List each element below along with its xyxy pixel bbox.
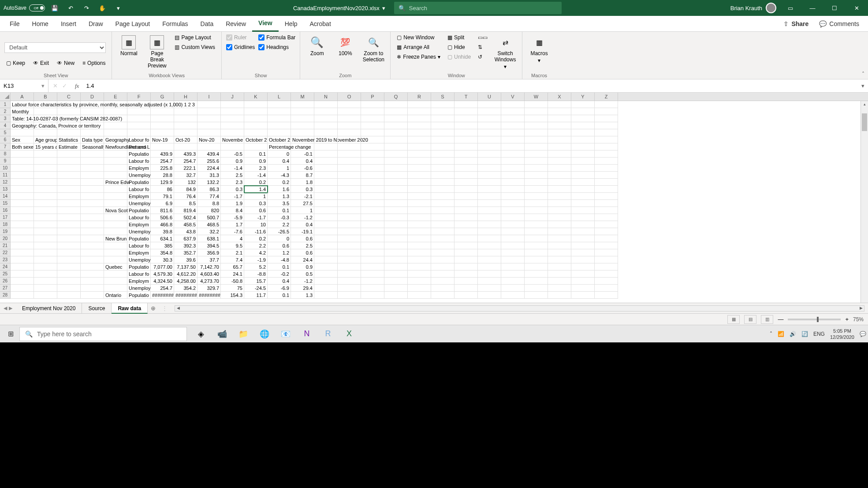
cell-H2[interactable] xyxy=(174,108,197,115)
cell-N16[interactable] xyxy=(314,207,338,214)
cell-Y9[interactable] xyxy=(571,158,595,165)
cell-F16[interactable]: Populatio xyxy=(127,207,151,214)
cell-M3[interactable] xyxy=(291,115,314,122)
cell-C24[interactable] xyxy=(57,263,81,270)
cell-G21[interactable]: 385 xyxy=(151,242,174,249)
cell-W17[interactable] xyxy=(525,214,548,221)
cell-E27[interactable] xyxy=(104,285,127,292)
tab-help[interactable]: Help xyxy=(279,16,304,32)
cell-U28[interactable] xyxy=(478,292,501,299)
col-header-E[interactable]: E xyxy=(104,93,127,101)
cell-B10[interactable] xyxy=(34,165,57,172)
hide-button[interactable]: ▢Hide xyxy=(446,43,473,51)
cell-L8[interactable]: 0 xyxy=(268,150,291,158)
row-header[interactable]: 19 xyxy=(0,228,11,235)
cell-L6[interactable]: October 2 xyxy=(268,136,291,143)
cell-V17[interactable] xyxy=(501,214,525,221)
cell-C8[interactable] xyxy=(57,150,81,158)
cell-O11[interactable] xyxy=(338,172,361,179)
task-zoom-icon[interactable]: 📹 xyxy=(212,325,233,343)
cell-X14[interactable] xyxy=(548,193,571,200)
cell-R25[interactable] xyxy=(408,270,431,278)
cell-R8[interactable] xyxy=(408,150,431,158)
cell-Y8[interactable] xyxy=(571,150,595,158)
cell-J12[interactable]: 2.3 xyxy=(221,179,244,186)
cell-K11[interactable]: -1.4 xyxy=(244,172,268,179)
cell-M14[interactable]: -2.1 xyxy=(291,193,314,200)
col-header-Y[interactable]: Y xyxy=(571,93,595,101)
cell-H6[interactable]: Oct-20 xyxy=(174,136,197,143)
cell-S8[interactable] xyxy=(431,150,454,158)
cell-X3[interactable] xyxy=(548,115,571,122)
cell-I25[interactable]: 4,603.40 xyxy=(197,270,221,278)
cell-T27[interactable] xyxy=(454,285,478,292)
cell-Y26[interactable] xyxy=(571,278,595,285)
cell-L2[interactable] xyxy=(268,108,291,115)
fx-icon[interactable]: fx xyxy=(71,83,82,90)
cell-W6[interactable] xyxy=(525,136,548,143)
cell-M21[interactable]: 2.5 xyxy=(291,242,314,249)
cell-P15[interactable] xyxy=(361,200,384,207)
cell-D23[interactable] xyxy=(81,256,104,263)
cell-L24[interactable]: 0.1 xyxy=(268,263,291,270)
cell-E6[interactable]: Geography xyxy=(104,136,127,143)
cell-P19[interactable] xyxy=(361,228,384,235)
cell-N24[interactable] xyxy=(314,263,338,270)
collapse-ribbon-icon[interactable]: ˄ xyxy=(862,71,864,77)
cell-X23[interactable] xyxy=(548,256,571,263)
cell-S10[interactable] xyxy=(431,165,454,172)
cell-O12[interactable] xyxy=(338,179,361,186)
cell-P23[interactable] xyxy=(361,256,384,263)
cell-Y10[interactable] xyxy=(571,165,595,172)
cell-J22[interactable]: 2.1 xyxy=(221,249,244,256)
cell-K7[interactable] xyxy=(244,143,268,150)
cell-G22[interactable]: 354.8 xyxy=(151,249,174,256)
cell-K23[interactable]: -1.9 xyxy=(244,256,268,263)
cell-J1[interactable] xyxy=(221,101,244,108)
cell-I7[interactable] xyxy=(197,143,221,150)
cell-Z4[interactable] xyxy=(595,122,618,129)
cell-F19[interactable]: Unemploy xyxy=(127,228,151,235)
cell-S19[interactable] xyxy=(431,228,454,235)
cell-G24[interactable]: 7,077.00 xyxy=(151,263,174,270)
cell-G6[interactable]: Nov-19 xyxy=(151,136,174,143)
cell-W11[interactable] xyxy=(525,172,548,179)
comments-button[interactable]: 💬 Comments xyxy=(814,18,864,30)
tray-notifications-icon[interactable]: 💬 xyxy=(860,331,866,337)
cell-X18[interactable] xyxy=(548,221,571,228)
cell-S14[interactable] xyxy=(431,193,454,200)
cell-I9[interactable]: 255.6 xyxy=(197,158,221,165)
cell-Y13[interactable] xyxy=(571,186,595,193)
cell-C19[interactable] xyxy=(57,228,81,235)
cell-N10[interactable] xyxy=(314,165,338,172)
cell-Z21[interactable] xyxy=(595,242,618,249)
cell-E14[interactable] xyxy=(104,193,127,200)
col-header-J[interactable]: J xyxy=(221,93,244,101)
name-box[interactable]: K13▾ xyxy=(0,79,48,92)
cell-V25[interactable] xyxy=(501,270,525,278)
cell-M12[interactable]: 1.8 xyxy=(291,179,314,186)
cell-N1[interactable] xyxy=(314,101,338,108)
redo-icon[interactable]: ↷ xyxy=(80,2,93,14)
cell-C16[interactable] xyxy=(57,207,81,214)
cell-H25[interactable]: 4,612.20 xyxy=(174,270,197,278)
cell-V2[interactable] xyxy=(501,108,525,115)
cell-F28[interactable]: Populatio xyxy=(127,292,151,299)
zoom-button[interactable]: 🔍Zoom xyxy=(305,34,329,56)
cell-G8[interactable]: 439.9 xyxy=(151,150,174,158)
cell-X5[interactable] xyxy=(548,129,571,136)
cell-W7[interactable] xyxy=(525,143,548,150)
cell-N3[interactable] xyxy=(314,115,338,122)
cell-E17[interactable] xyxy=(104,214,127,221)
row-header[interactable]: 8 xyxy=(0,150,11,158)
cell-N26[interactable] xyxy=(314,278,338,285)
arrange-all-button[interactable]: ▦Arrange All xyxy=(395,43,442,51)
cell-J7[interactable] xyxy=(221,143,244,150)
cell-H5[interactable] xyxy=(174,129,197,136)
cell-U11[interactable] xyxy=(478,172,501,179)
cell-U18[interactable] xyxy=(478,221,501,228)
cell-T23[interactable] xyxy=(454,256,478,263)
cell-S28[interactable] xyxy=(431,292,454,299)
cell-V1[interactable] xyxy=(501,101,525,108)
sheet-tab-raw-data[interactable]: Raw data xyxy=(112,303,148,314)
